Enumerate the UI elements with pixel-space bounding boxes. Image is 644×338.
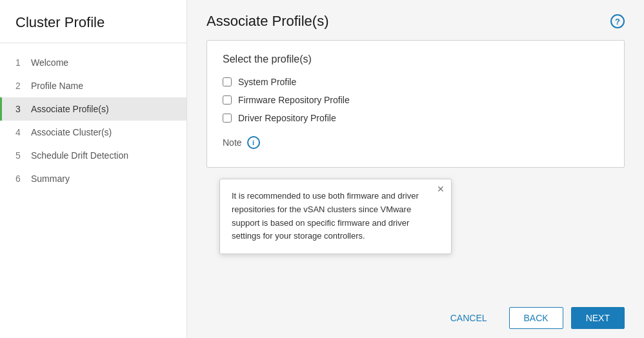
note-row: Note i: [223, 136, 609, 149]
sidebar-title: Cluster Profile: [0, 0, 186, 43]
sidebar-item-associate-profiles[interactable]: 3 Associate Profile(s): [0, 97, 186, 121]
main-content: Associate Profile(s) ? Select the profil…: [187, 0, 644, 338]
help-icon[interactable]: ?: [610, 14, 625, 28]
main-header: Associate Profile(s) ?: [187, 0, 644, 40]
page-title: Associate Profile(s): [206, 13, 329, 30]
tooltip-close-button[interactable]: ✕: [437, 184, 445, 194]
profile-card: Select the profile(s) System Profile Fir…: [206, 40, 625, 168]
sidebar-item-label-profile-name: Profile Name: [31, 81, 83, 91]
sidebar-item-schedule-drift[interactable]: 5 Schedule Drift Detection: [0, 144, 186, 167]
sidebar-item-label-welcome: Welcome: [31, 57, 68, 68]
step-num-5: 5: [15, 150, 26, 161]
sidebar-item-summary[interactable]: 6 Summary: [0, 167, 186, 190]
firmware-repo-profile-row: Firmware Repository Profile: [223, 95, 609, 105]
sidebar-item-profile-name[interactable]: 2 Profile Name: [0, 74, 186, 97]
main-body: Select the profile(s) System Profile Fir…: [187, 40, 644, 298]
system-profile-checkbox[interactable]: [223, 77, 232, 86]
driver-repo-profile-label[interactable]: Driver Repository Profile: [238, 113, 336, 123]
step-num-3: 3: [15, 104, 26, 114]
note-label: Note: [223, 137, 242, 148]
profile-card-title: Select the profile(s): [223, 54, 609, 65]
step-num-1: 1: [15, 57, 26, 68]
sidebar-item-label-associate-profiles: Associate Profile(s): [31, 104, 109, 114]
next-button[interactable]: NEXT: [571, 307, 625, 329]
sidebar-item-associate-clusters[interactable]: 4 Associate Cluster(s): [0, 121, 186, 144]
back-button[interactable]: BACK: [509, 307, 563, 329]
tooltip-text: It is recommended to use both firmware a…: [232, 190, 439, 243]
system-profile-label[interactable]: System Profile: [238, 77, 296, 87]
sidebar-item-label-schedule-drift: Schedule Drift Detection: [31, 150, 128, 161]
tooltip-box: ✕ It is recommended to use both firmware…: [219, 179, 452, 254]
firmware-repo-profile-label[interactable]: Firmware Repository Profile: [238, 95, 350, 105]
step-num-4: 4: [15, 127, 26, 137]
driver-repo-profile-checkbox[interactable]: [223, 114, 232, 123]
sidebar-nav: 1 Welcome 2 Profile Name 3 Associate Pro…: [0, 43, 186, 198]
sidebar: Cluster Profile 1 Welcome 2 Profile Name…: [0, 0, 187, 338]
cancel-button[interactable]: CANCEL: [436, 308, 501, 328]
step-num-2: 2: [15, 81, 26, 91]
sidebar-item-welcome[interactable]: 1 Welcome: [0, 51, 186, 74]
sidebar-item-label-associate-clusters: Associate Cluster(s): [31, 127, 112, 137]
firmware-repo-profile-checkbox[interactable]: [223, 95, 232, 104]
step-num-6: 6: [15, 174, 26, 184]
system-profile-row: System Profile: [223, 77, 609, 87]
sidebar-item-label-summary: Summary: [31, 174, 70, 184]
driver-repo-profile-row: Driver Repository Profile: [223, 113, 609, 123]
footer: CANCEL BACK NEXT: [187, 298, 644, 338]
info-icon[interactable]: i: [247, 136, 260, 149]
